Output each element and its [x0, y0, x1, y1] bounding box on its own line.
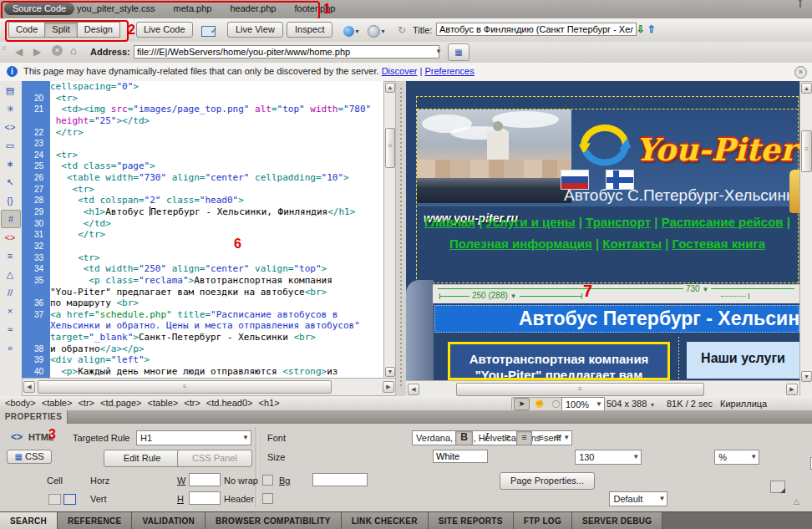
code-vscroll-thumb[interactable]: ≡: [385, 128, 395, 168]
bg-color-swatch[interactable]: [770, 481, 785, 493]
company-intro-box[interactable]: Автотранспортная компания "You-Piter" пр…: [448, 342, 670, 380]
refresh-icon[interactable]: ↻: [391, 22, 413, 39]
align-justify-button[interactable]: ≡: [550, 430, 566, 445]
code-line[interactable]: Хельсинки и обратно. Цены и места отправ…: [22, 320, 383, 332]
width-input[interactable]: [189, 473, 221, 486]
remove-comment-icon[interactable]: ×: [0, 302, 20, 320]
code-line[interactable]: 31 </tr>: [22, 229, 383, 241]
results-tab-search[interactable]: SEARCH: [0, 512, 58, 529]
site-nav-link[interactable]: Расписание рейсов: [662, 215, 784, 229]
size-select[interactable]: 130▼: [575, 450, 642, 465]
vert-select[interactable]: Default▼: [609, 491, 667, 506]
format-source-code-icon[interactable]: ≈: [0, 320, 20, 338]
code-line[interactable]: 21 <td><img src="images/page_top.png" al…: [22, 104, 383, 115]
code-line[interactable]: 37<a href="schedule.php" title="Расписан…: [22, 309, 383, 321]
syntax-error-alerts-icon[interactable]: △: [0, 265, 20, 283]
code-line[interactable]: 27 <tr>: [22, 184, 383, 196]
header-checkbox[interactable]: [262, 493, 273, 504]
site-nav-link[interactable]: Транспорт: [586, 215, 651, 229]
scroll-right-icon[interactable]: ▶: [383, 381, 394, 393]
code-line[interactable]: 36по маршруту <br>: [22, 298, 383, 309]
collapse-full-tag-icon[interactable]: <>: [0, 118, 20, 136]
discover-link[interactable]: Discover: [382, 66, 418, 76]
table-width-bar[interactable]: 730 ▼ 250 (288) ▼: [433, 284, 799, 303]
page-heading-band[interactable]: Автобус Петербург - Хельсинки: [434, 305, 799, 333]
bold-button[interactable]: B: [455, 430, 473, 445]
code-editor[interactable]: cellspacing="0">20 <tr>21 <td><img src="…: [22, 81, 383, 379]
code-line[interactable]: target="_blank">Санкт-Петербург - Хельси…: [22, 332, 383, 343]
design-hscroll-thumb[interactable]: ≡: [456, 383, 704, 396]
height-input[interactable]: [189, 491, 221, 505]
css-panel-button[interactable]: CSS Panel: [177, 450, 252, 467]
tag-crumb[interactable]: <tr>: [184, 398, 200, 408]
code-line[interactable]: 38и обратно</a></p>: [22, 343, 383, 355]
code-line[interactable]: 30 </td>: [22, 218, 383, 230]
design-hscrollbar[interactable]: ◀ ≡ ▶: [406, 380, 799, 396]
table-width-label-730[interactable]: 730 ▼: [683, 284, 711, 293]
results-tab-site-reports[interactable]: SITE REPORTS: [429, 512, 514, 529]
split-cell-icon[interactable]: [63, 494, 76, 505]
put-file-icon[interactable]: ⇧: [647, 23, 656, 35]
align-left-button[interactable]: ≡: [500, 430, 515, 445]
align-center-button[interactable]: ≡: [516, 430, 532, 445]
toolbar-grip[interactable]: ⁞⁞: [2, 44, 7, 53]
edit-rule-button[interactable]: Edit Rule: [104, 450, 180, 467]
merge-cells-icon[interactable]: [48, 494, 61, 505]
site-nav-link[interactable]: Гостевая книга: [672, 237, 765, 251]
page-properties-button[interactable]: Page Properties...: [500, 472, 595, 490]
site-nav-link[interactable]: Полезная информация: [449, 237, 592, 251]
expand-all-icon[interactable]: ∗: [0, 155, 20, 173]
word-wrap-icon[interactable]: ≡: [0, 247, 20, 265]
italic-button[interactable]: I: [477, 430, 495, 445]
size-unit-select[interactable]: %▼: [714, 450, 759, 465]
title-input[interactable]: [436, 23, 637, 36]
address-dropdown-icon[interactable]: ▼: [435, 48, 442, 55]
live-view-button[interactable]: Live View: [227, 22, 283, 38]
get-file-icon[interactable]: ⇩: [637, 23, 645, 35]
tag-crumb[interactable]: <body>: [5, 398, 36, 408]
scroll-left-icon[interactable]: ◀: [408, 384, 419, 395]
apply-comment-icon[interactable]: //: [0, 283, 20, 302]
code-line[interactable]: 25 <td class="page">: [22, 160, 383, 172]
tag-crumb[interactable]: <td.page>: [100, 398, 142, 408]
scroll-up-icon[interactable]: ▲: [385, 83, 395, 93]
hand-tool-icon[interactable]: ✊: [532, 399, 546, 409]
results-tab-browser-compatibility[interactable]: BROWSER COMPATIBILITY: [206, 512, 342, 529]
filter-related-files-icon[interactable]: [795, 3, 805, 13]
code-line[interactable]: "You-Piter" предлагает вам поездки на ав…: [22, 287, 383, 298]
check-page-icon[interactable]: ▼: [366, 22, 388, 39]
code-line[interactable]: 35 <p class="reclama">Автотранспортная к…: [22, 275, 383, 287]
no-wrap-checkbox[interactable]: [262, 475, 273, 486]
code-line[interactable]: 22 </tr>: [22, 127, 383, 139]
stop-icon[interactable]: ×: [52, 45, 63, 56]
scroll-down-icon[interactable]: ▼: [385, 367, 395, 377]
scroll-up-icon[interactable]: ▲: [801, 83, 812, 94]
text-color-input[interactable]: [433, 450, 488, 463]
select-tool-icon[interactable]: ➤: [514, 398, 530, 410]
css-mode-button[interactable]: ▦ CSS: [7, 450, 52, 464]
address-input[interactable]: [134, 45, 439, 58]
design-vscrollbar[interactable]: ▲ ≡ ▼: [799, 81, 812, 398]
panel-collapse-icon[interactable]: △: [794, 497, 799, 506]
scroll-down-icon[interactable]: ▼: [801, 371, 812, 382]
code-line[interactable]: height="25"></td>: [22, 115, 383, 127]
code-navigator-icon[interactable]: ✳: [0, 99, 20, 118]
properties-panel-tab[interactable]: PROPERTIES: [0, 410, 68, 424]
back-icon[interactable]: ◀: [15, 46, 23, 58]
targeted-rule-select[interactable]: H1▼: [136, 430, 251, 445]
tag-crumb[interactable]: <td.head0>: [206, 398, 253, 408]
recent-snippets-icon[interactable]: »: [0, 338, 20, 357]
balance-braces-icon[interactable]: {}: [0, 191, 20, 210]
highlight-invalid-code-icon[interactable]: <>: [0, 228, 20, 247]
code-line[interactable]: 32: [22, 241, 383, 252]
select-parent-tag-icon[interactable]: ↖: [0, 173, 20, 191]
preferences-link[interactable]: Preferences: [424, 66, 474, 76]
code-line[interactable]: 40 <p>Каждый день многие люди отправляют…: [22, 366, 383, 378]
results-tab-reference[interactable]: REFERENCE: [58, 512, 132, 529]
services-header-box[interactable]: Наши услуги: [687, 342, 799, 379]
code-line[interactable]: 33 <tr>: [22, 252, 383, 264]
design-view[interactable]: You-Piter Автобус С.Петербург-Хельсинки …: [406, 81, 799, 396]
code-line[interactable]: 29 <h1>Автобус Петербург - Хельсинки, Фи…: [22, 206, 383, 218]
align-right-button[interactable]: ≡: [533, 430, 549, 445]
code-line[interactable]: 20 <tr>: [22, 93, 383, 104]
